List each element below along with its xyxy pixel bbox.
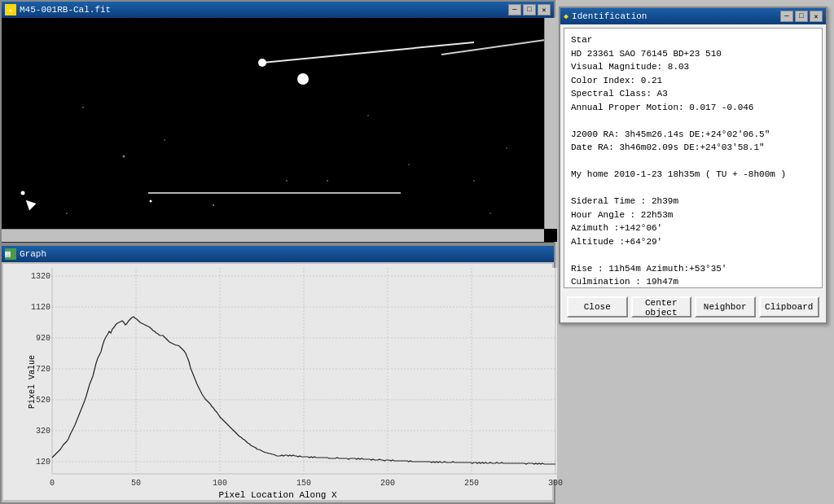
id-buttons: Close Center object Neighbor Clipboard: [560, 291, 826, 322]
svg-text:200: 200: [380, 479, 395, 488]
svg-point-13: [123, 156, 125, 158]
close-button[interactable]: ✕: [538, 4, 551, 15]
image-title: M45-001RB-Cal.fit: [20, 5, 111, 15]
hour-angle: Hour Angle : 22h53m: [571, 208, 815, 222]
window-controls: ─ □ ✕: [508, 4, 551, 15]
svg-text:520: 520: [36, 396, 50, 405]
graph-window: ▦ Graph Pixel Value: [0, 244, 555, 504]
svg-point-2: [258, 59, 266, 67]
svg-point-18: [66, 213, 68, 214]
svg-rect-20: [52, 268, 557, 480]
svg-text:720: 720: [36, 365, 50, 374]
svg-point-11: [327, 180, 328, 182]
close-button[interactable]: Close: [567, 296, 628, 318]
id-maximize-btn[interactable]: □: [795, 11, 808, 22]
j2000-ra: J2000 RA: 3h45m26.14s DE:+24°02'06.5": [571, 128, 815, 142]
star-field: [2, 18, 557, 229]
center-object-button[interactable]: Center object: [631, 296, 692, 318]
image-canvas: [2, 18, 557, 242]
graph-title: Graph: [20, 249, 46, 259]
svg-text:1320: 1320: [31, 272, 50, 281]
v-scrollbar[interactable]: [544, 18, 557, 229]
id-title: Identification: [572, 11, 647, 21]
svg-point-17: [286, 180, 288, 182]
maximize-button[interactable]: □: [523, 4, 536, 15]
neighbor-button[interactable]: Neighbor: [695, 296, 756, 318]
id-window: ◆ Identification ─ □ ✕ Star HD 23361 SAO…: [559, 7, 827, 324]
x-axis-label: Pixel Location Along X: [3, 490, 552, 500]
culmination-time: Culmination : 19h47m: [571, 275, 815, 288]
sideral-time: Sideral Time : 2h39m: [571, 195, 815, 208]
graph-svg: 1320 1120 920 720 520 320 120 0 50 100 1…: [28, 264, 567, 496]
svg-text:1120: 1120: [31, 303, 50, 312]
date-ra: Date RA: 3h46m02.09s DE:+24°03'58.1": [571, 141, 815, 155]
svg-point-9: [82, 107, 84, 108]
svg-point-10: [164, 139, 165, 141]
image-titlebar: ★ M45-001RB-Cal.fit ─ □ ✕: [2, 2, 554, 18]
id-minimize-btn[interactable]: ─: [780, 11, 793, 22]
altitude: Altitude :+64°29': [571, 235, 815, 249]
svg-text:250: 250: [464, 479, 479, 488]
svg-text:120: 120: [36, 458, 50, 467]
graph-icon: ▦: [5, 248, 16, 260]
svg-text:150: 150: [296, 479, 311, 488]
id-icon: ◆: [564, 11, 568, 21]
image-icon: ★: [5, 4, 16, 15]
svg-point-14: [473, 180, 475, 182]
svg-point-19: [489, 213, 491, 214]
svg-point-12: [408, 164, 410, 165]
star-id: HD 23361 SAO 76145 BD+23 510: [571, 47, 815, 61]
svg-point-7: [213, 204, 214, 206]
spectral-class: Spectral Class: A3: [571, 87, 815, 101]
id-controls: ─ □ ✕: [780, 11, 823, 22]
svg-text:50: 50: [131, 479, 141, 488]
h-scrollbar[interactable]: [2, 229, 544, 242]
clipboard-button[interactable]: Clipboard: [759, 296, 820, 318]
rise-time: Rise : 11h54m Azimuth:+53°35': [571, 262, 815, 276]
image-window: ★ M45-001RB-Cal.fit ─ □ ✕: [0, 0, 555, 244]
star-type: Star: [571, 33, 815, 47]
svg-point-5: [21, 191, 25, 195]
id-close-btn[interactable]: ✕: [810, 11, 823, 22]
svg-text:320: 320: [36, 427, 50, 436]
visual-magnitude: Visual Magnitude: 8.03: [571, 60, 815, 74]
azimuth: Azimuth :+142°06': [571, 221, 815, 235]
svg-point-6: [150, 200, 152, 203]
svg-text:0: 0: [50, 479, 55, 488]
svg-text:300: 300: [548, 479, 563, 488]
svg-text:100: 100: [213, 479, 227, 488]
proper-motion: Annual Proper Motion: 0.017 -0.046: [571, 101, 815, 115]
my-home: My home 2010-1-23 18h35m ( TU + -8h00m ): [571, 168, 815, 182]
svg-point-8: [297, 73, 309, 85]
id-titlebar: ◆ Identification ─ □ ✕: [560, 8, 826, 24]
svg-text:920: 920: [36, 334, 50, 343]
graph-container: Pixel Value: [3, 264, 552, 500]
minimize-button[interactable]: ─: [508, 4, 521, 15]
id-content: Star HD 23361 SAO 76145 BD+23 510 Visual…: [564, 28, 823, 288]
graph-footer: ○ Mean: [2, 500, 554, 504]
color-index: Color Index: 0.21: [571, 74, 815, 88]
svg-point-16: [367, 115, 369, 116]
graph-titlebar: ▦ Graph: [2, 246, 554, 262]
svg-point-15: [506, 147, 507, 149]
